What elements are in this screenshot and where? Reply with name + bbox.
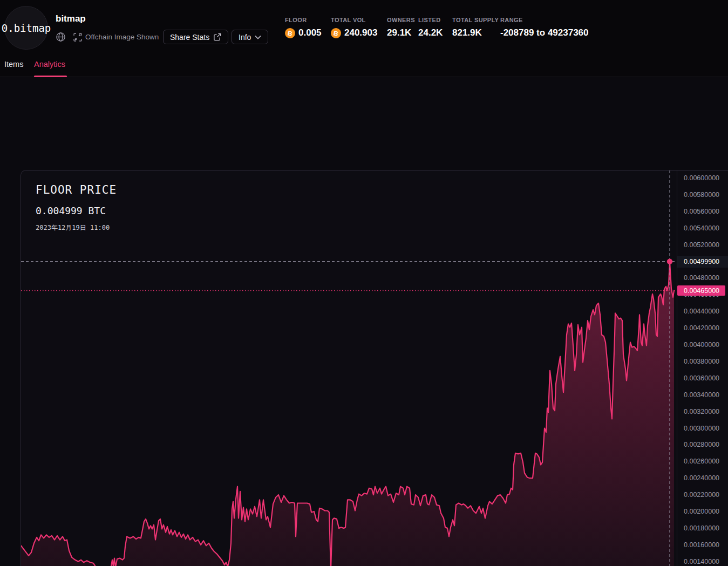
y-axis-tick: 0.00480000 — [684, 274, 719, 282]
stat-range-label: RANGE — [500, 17, 589, 23]
crosshair-dot — [667, 258, 672, 264]
y-axis[interactable]: 0.000800000.001000000.001200000.00140000… — [677, 171, 728, 566]
stat-range: RANGE -208789 to 49237360 — [500, 17, 589, 38]
avatar: 0.bitmap — [4, 6, 48, 50]
stat-total-supply: TOTAL SUPPLY 821.9K — [452, 17, 499, 38]
stat-total-vol: TOTAL VOL B 240.903 — [331, 17, 377, 38]
page-title: bitmap — [56, 13, 86, 24]
y-axis-tick: 0.00160000 — [684, 541, 719, 549]
stat-total-vol-label: TOTAL VOL — [331, 17, 377, 23]
y-axis-tick: 0.00340000 — [684, 391, 719, 399]
y-axis-tick: 0.00400000 — [684, 341, 719, 349]
offchain-image-icon — [73, 33, 82, 42]
plot-area[interactable]: FLOOR PRICE 0.004999 BTC 2023年12月19日 11:… — [21, 171, 677, 566]
y-axis-tick: 0.00200000 — [684, 508, 719, 515]
y-axis-tick: 0.00540000 — [684, 224, 719, 232]
stat-floor: FLOOR B 0.005 — [285, 17, 322, 38]
offchain-image-label: Offchain Image Shown — [85, 33, 159, 41]
analytics-panel: FLOOR PRICE 0.004999 BTC 2023年12月19日 11:… — [0, 77, 728, 566]
price-area-fill — [21, 262, 674, 566]
info-button[interactable]: Info — [232, 30, 268, 44]
floor-price-chart[interactable] — [21, 171, 677, 566]
avatar-text: 0.bitmap — [2, 22, 51, 34]
stat-total-supply-label: TOTAL SUPPLY — [452, 17, 499, 23]
y-axis-tick: 0.00220000 — [684, 491, 719, 499]
y-axis-tick: 0.00180000 — [684, 524, 719, 532]
globe-icon[interactable] — [56, 32, 66, 42]
chevron-down-icon — [255, 35, 261, 39]
y-axis-tick: 0.00600000 — [684, 174, 719, 182]
stat-total-vol-value: B 240.903 — [331, 28, 377, 38]
tab-analytics[interactable]: Analytics — [34, 60, 65, 69]
stat-total-supply-value: 821.9K — [452, 28, 499, 38]
stat-floor-value: B 0.005 — [285, 28, 322, 38]
share-stats-label: Share Stats — [170, 33, 209, 42]
stat-floor-label: FLOOR — [285, 17, 322, 23]
share-icon — [213, 33, 221, 41]
stat-listed-value: 24.2K — [418, 28, 443, 38]
stat-range-value: -208789 to 49237360 — [500, 28, 589, 38]
y-axis-tick: 0.00420000 — [684, 324, 719, 332]
stat-owners: OWNERS 29.1K — [387, 17, 415, 38]
last-price-badge: 0.00465000 — [677, 285, 725, 296]
info-label: Info — [239, 33, 251, 42]
y-axis-tick: 0.00320000 — [684, 408, 719, 415]
stat-listed: LISTED 24.2K — [418, 17, 443, 38]
y-axis-tick: 0.00260000 — [684, 458, 719, 465]
tab-items[interactable]: Items — [4, 60, 23, 69]
y-axis-tick: 0.00380000 — [684, 358, 719, 365]
y-axis-tick: 0.00300000 — [684, 425, 719, 432]
crosshair-price-badge: 0.00499900 — [677, 256, 728, 268]
y-axis-tick: 0.00240000 — [684, 474, 719, 482]
collection-header: 0.bitmap bitmap Offchain Image Shown Sha… — [0, 0, 728, 77]
btc-icon: B — [330, 27, 342, 39]
y-axis-tick: 0.00560000 — [684, 208, 719, 215]
y-axis-tick: 0.00280000 — [684, 441, 719, 448]
share-stats-button[interactable]: Share Stats — [163, 30, 228, 44]
y-axis-tick: 0.00360000 — [684, 374, 719, 382]
y-axis-tick: 0.00440000 — [684, 308, 719, 315]
y-axis-tick: 0.00520000 — [684, 241, 719, 249]
stat-owners-label: OWNERS — [387, 17, 415, 23]
stat-listed-label: LISTED — [418, 17, 443, 23]
floor-price-chart-card: FLOOR PRICE 0.004999 BTC 2023年12月19日 11:… — [21, 170, 728, 566]
stat-owners-value: 29.1K — [387, 28, 415, 38]
y-axis-tick: 0.00580000 — [684, 191, 719, 199]
btc-icon: B — [284, 27, 296, 39]
tab-bar: Items Analytics — [0, 54, 728, 77]
y-axis-tick: 0.00140000 — [684, 558, 719, 565]
